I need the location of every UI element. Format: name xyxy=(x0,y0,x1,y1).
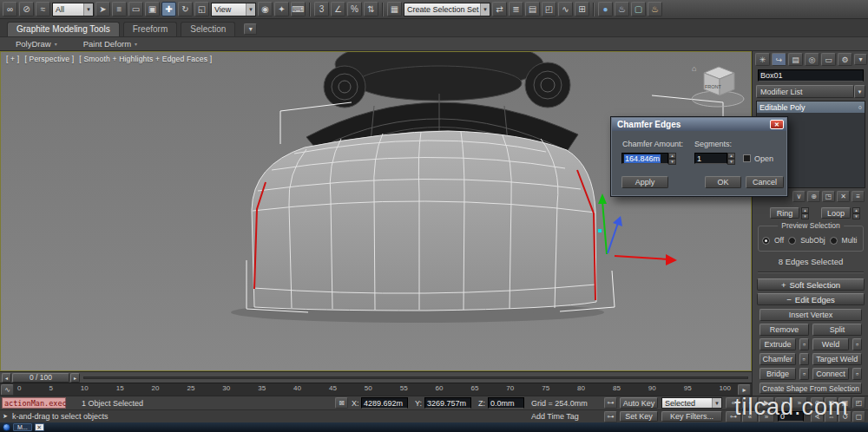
selection-lock-icon[interactable]: ⊠ xyxy=(335,397,348,409)
set-key-icon[interactable]: ⊶ xyxy=(604,411,617,422)
paint-deform-panel-button[interactable]: Paint Deform ▾ xyxy=(83,39,137,49)
create-tab-icon[interactable]: ✳ xyxy=(755,53,770,66)
mini-curve-editor-icon[interactable]: ∿ xyxy=(1,384,14,396)
orbit-icon[interactable]: ↺ xyxy=(838,411,852,422)
modify-tab-icon[interactable]: ↪ xyxy=(772,53,786,66)
split-button[interactable]: Split xyxy=(812,324,862,336)
object-name-field[interactable]: Box01 xyxy=(758,69,864,82)
selection-region-icon[interactable]: ▭ xyxy=(128,2,143,16)
polydraw-panel-button[interactable]: PolyDraw ▾ xyxy=(16,39,57,49)
next-frame-button[interactable]: › xyxy=(775,397,791,409)
remove-button[interactable]: Remove xyxy=(760,324,809,336)
curve-editor-icon[interactable]: ∿ xyxy=(558,2,573,16)
modifier-list-combo[interactable]: Modifier List ▼ xyxy=(756,85,865,98)
select-object-icon[interactable]: ➤ xyxy=(95,2,110,16)
display-tab-icon[interactable]: ▭ xyxy=(821,53,836,66)
transform-gizmo[interactable] xyxy=(598,193,677,265)
preview-subobj-radio[interactable] xyxy=(788,237,796,245)
previous-frame-button[interactable]: ‹ xyxy=(742,397,758,409)
ring-spinner[interactable]: ▴▾ xyxy=(801,207,809,219)
connect-settings-button[interactable]: ▫ xyxy=(852,368,862,380)
track-bar-end-icon[interactable]: ▸ xyxy=(738,384,751,396)
stack-item-editable-poly[interactable]: Editable Poly ○ xyxy=(757,101,865,113)
taskbar-app-button[interactable]: M... xyxy=(13,423,32,431)
zoom-all-icon[interactable]: ⊞ xyxy=(825,397,838,409)
loop-button[interactable]: Loop xyxy=(821,207,851,219)
bind-to-space-warp-icon[interactable]: ≈ xyxy=(36,2,50,16)
play-button[interactable]: ▶ xyxy=(759,397,774,409)
target-weld-button[interactable]: Target Weld xyxy=(812,353,862,365)
connect-button[interactable]: Connect xyxy=(812,368,849,380)
window-crossing-icon[interactable]: ▣ xyxy=(145,2,160,16)
select-by-name-icon[interactable]: ≡ xyxy=(112,2,127,16)
pan-icon[interactable]: ⇔ xyxy=(825,411,838,422)
viewport-perspective[interactable]: [ + ] [ Perspective ] [ Smooth + Highlig… xyxy=(0,51,752,371)
time-slider-handle[interactable]: 0 / 100 xyxy=(12,373,69,383)
extrude-settings-button[interactable]: ▫ xyxy=(799,338,809,350)
configure-modifier-sets-icon[interactable]: ≡ xyxy=(852,191,865,202)
time-slider-left-icon[interactable]: ◂ xyxy=(2,373,11,383)
select-and-move-icon[interactable]: ✚ xyxy=(161,2,176,16)
keyboard-override-icon[interactable]: ⌨ xyxy=(291,2,306,16)
material-editor-icon[interactable]: ● xyxy=(598,2,613,16)
remove-modifier-icon[interactable]: ✕ xyxy=(837,191,850,202)
extrude-button[interactable]: Extrude xyxy=(760,338,796,350)
use-pivot-center-icon[interactable]: ◉ xyxy=(258,2,273,16)
key-mode-toggle[interactable]: ⊶ xyxy=(726,411,741,422)
dialog-title-bar[interactable]: Chamfer Edges ✕ xyxy=(612,118,786,131)
snaps-toggle-icon[interactable]: 3 xyxy=(314,2,329,16)
key-filter-scope-combo[interactable]: Selected ▼ xyxy=(661,397,722,409)
create-shape-button[interactable]: Create Shape From Selection xyxy=(760,383,862,394)
set-key-button[interactable]: Set Key xyxy=(620,411,658,422)
zoom-icon[interactable]: ⊕ xyxy=(811,397,824,409)
cancel-button[interactable]: Cancel xyxy=(746,176,784,188)
close-icon[interactable]: ✕ xyxy=(770,120,784,129)
maxscript-mini-listener[interactable]: actionMan.exec xyxy=(2,397,66,409)
selection-filter-combo[interactable]: All ▼ xyxy=(52,3,94,16)
show-end-result-icon[interactable]: ⊕ xyxy=(807,191,820,202)
ok-button[interactable]: OK xyxy=(705,176,741,188)
edit-named-sets-icon[interactable]: ▦ xyxy=(387,2,402,16)
utilities-tab-icon[interactable]: ⚙ xyxy=(838,53,852,66)
layer-manager-icon[interactable]: ▤ xyxy=(525,2,540,16)
go-to-end-button[interactable]: » xyxy=(792,397,807,409)
mirror-icon[interactable]: ⇄ xyxy=(492,2,507,16)
next-key-button[interactable]: » xyxy=(759,411,774,422)
chamfer-settings-button[interactable]: ▫ xyxy=(799,353,809,365)
named-selection-set-combo[interactable]: Create Selection Set ▼ xyxy=(404,3,490,16)
start-button[interactable] xyxy=(3,423,10,431)
tab-graphite-modeling-tools[interactable]: Graphite Modeling Tools xyxy=(7,22,120,36)
select-and-link-icon[interactable]: ∞ xyxy=(3,2,17,16)
bridge-settings-button[interactable]: ▫ xyxy=(799,368,809,380)
weld-button[interactable]: Weld xyxy=(812,338,849,350)
chevron-down-icon[interactable]: ▼ xyxy=(854,85,865,98)
track-bar[interactable]: ∿ 05101520253035404550556065707580859095… xyxy=(0,383,752,396)
schematic-view-icon[interactable]: ⊞ xyxy=(575,2,589,16)
reference-coordinate-combo[interactable]: View ▼ xyxy=(211,3,256,16)
z-coordinate-field[interactable]: 0.0mm xyxy=(488,397,524,409)
time-slider-right-icon[interactable]: ▸ xyxy=(70,373,80,383)
align-icon[interactable]: ≣ xyxy=(509,2,523,16)
previous-key-button[interactable]: « xyxy=(742,411,758,422)
taskbar-close-icon[interactable]: ✕ xyxy=(35,423,44,431)
tab-freeform[interactable]: Freeform xyxy=(123,22,178,36)
edit-edges-rollout[interactable]: −Edit Edges xyxy=(757,293,865,305)
chamfer-amount-spinner[interactable]: ▴▾ xyxy=(668,153,676,164)
set-key-mode-icon[interactable]: ⊶ xyxy=(604,397,617,409)
chamfer-box-mesh[interactable] xyxy=(252,131,596,311)
panel-menu-icon[interactable]: ▾ xyxy=(854,54,867,65)
go-to-start-button[interactable]: « xyxy=(726,397,741,409)
insert-vertex-button[interactable]: Insert Vertex xyxy=(760,309,862,321)
select-and-rotate-icon[interactable]: ↻ xyxy=(178,2,193,16)
x-coordinate-field[interactable]: 4289.692m xyxy=(361,397,408,409)
viewport-general-menu[interactable]: [ + ] xyxy=(6,55,19,63)
add-time-tag[interactable]: Add Time Tag xyxy=(531,412,579,421)
rendered-frame-icon[interactable]: ▢ xyxy=(631,2,646,16)
loop-spinner[interactable]: ▴▾ xyxy=(852,207,860,219)
viewport-shading-menu[interactable]: [ Smooth + Highlights + Edged Faces ] xyxy=(79,55,212,63)
zoom-region-icon[interactable]: ◰ xyxy=(852,397,865,409)
angle-snap-icon[interactable]: ∠ xyxy=(331,2,345,16)
unlink-selection-icon[interactable]: ⊘ xyxy=(19,2,34,16)
render-setup-icon[interactable]: ♨ xyxy=(615,2,629,16)
viewcube-home-icon[interactable]: ⌂ xyxy=(692,64,696,73)
